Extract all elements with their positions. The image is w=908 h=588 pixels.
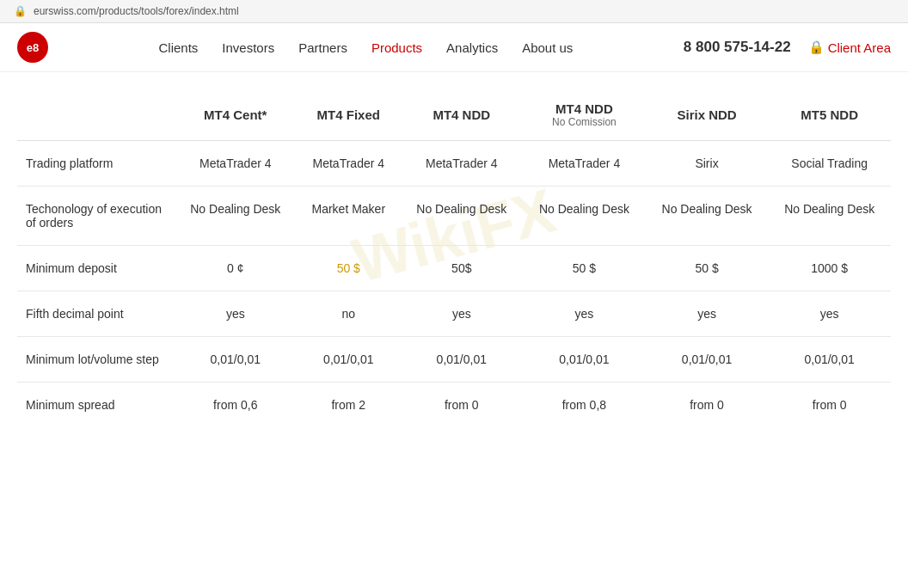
cell-4-3: 0,01/0,01 [400,337,523,383]
row-label-2: Minimum deposit [17,246,174,291]
cell-0-2: MetaTrader 4 [297,141,400,187]
cell-4-2: 0,01/0,01 [297,337,400,383]
cell-5-4: from 0,8 [523,383,646,428]
cell-2-1: 0 ¢ [174,246,297,291]
url-favicon: 🔒 [14,5,27,17]
col-header-mt4cent: MT4 Cent* [174,89,297,141]
cell-2-3: 50$ [400,246,523,291]
cell-4-5: 0,01/0,01 [646,337,769,383]
client-area-link[interactable]: 🔒 Client Area [808,40,891,55]
cell-5-6: from 0 [768,383,891,428]
cell-1-5: No Dealing Desk [646,187,769,246]
col-header-label [17,89,174,141]
cell-2-2: 50 $ [297,246,400,291]
table-row: Minimum deposit0 ¢50 $50$50 $50 $1000 $ [17,246,891,291]
header: e8 Clients Investors Partners Products A… [0,23,908,72]
lock-icon: 🔒 [808,40,825,55]
col-header-mt4ndd: MT4 NDD [400,89,523,141]
comparison-section: MT4 Cent* MT4 Fixed MT4 NDD MT4 NDD No C… [0,72,908,427]
cell-0-5: Sirix [646,141,769,187]
main-nav: Clients Investors Partners Products Anal… [158,40,573,55]
nav-clients[interactable]: Clients [158,40,198,55]
logo-icon: e8 [17,32,48,63]
cell-1-6: No Dealing Desk [768,187,891,246]
col-header-mt5ndd: MT5 NDD [768,89,891,141]
nav-products[interactable]: Products [371,40,422,55]
cell-5-5: from 0 [646,383,769,428]
table-header-row: MT4 Cent* MT4 Fixed MT4 NDD MT4 NDD No C… [17,89,891,141]
phone-number: 8 800 575-14-22 [684,39,791,56]
nav-analytics[interactable]: Analytics [446,40,498,55]
col-header-mt4fixed: MT4 Fixed [297,89,400,141]
table-row: Fifth decimal pointyesnoyesyesyesyes [17,291,891,337]
row-label-1: Techonology of execution of orders [17,187,174,246]
cell-0-3: MetaTrader 4 [400,141,523,187]
header-right: 8 800 575-14-22 🔒 Client Area [684,39,891,56]
cell-0-1: MetaTrader 4 [174,141,297,187]
cell-0-4: MetaTrader 4 [523,141,646,187]
cell-4-1: 0,01/0,01 [174,337,297,383]
cell-3-3: yes [400,291,523,337]
logo-text: e8 [27,41,39,54]
cell-1-2: Market Maker [297,187,400,246]
cell-1-4: No Dealing Desk [523,187,646,246]
cell-1-1: No Dealing Desk [174,187,297,246]
col-header-mt4ndd-nc: MT4 NDD No Comission [523,89,646,141]
cell-0-6: Social Trading [768,141,891,187]
cell-5-2: from 2 [297,383,400,428]
url-bar: 🔒 eurswiss.com/products/tools/forex/inde… [0,0,908,23]
cell-3-2: no [297,291,400,337]
cell-3-1: yes [174,291,297,337]
row-label-5: Minimum spread [17,383,174,428]
cell-1-3: No Dealing Desk [400,187,523,246]
cell-3-6: yes [768,291,891,337]
table-row: Techonology of execution of ordersNo Dea… [17,187,891,246]
logo: e8 [17,32,48,63]
client-area-label: Client Area [828,40,891,55]
table-row: Minimum lot/volume step0,01/0,010,01/0,0… [17,337,891,383]
table-row: Trading platformMetaTrader 4MetaTrader 4… [17,141,891,187]
row-label-4: Minimum lot/volume step [17,337,174,383]
row-label-0: Trading platform [17,141,174,187]
row-label-3: Fifth decimal point [17,291,174,337]
col-header-sirix: Sirix NDD [646,89,769,141]
nav-investors[interactable]: Investors [222,40,274,55]
cell-2-6: 1000 $ [768,246,891,291]
comparison-table: MT4 Cent* MT4 Fixed MT4 NDD MT4 NDD No C… [17,89,891,427]
cell-5-3: from 0 [400,383,523,428]
url-text: eurswiss.com/products/tools/forex/index.… [34,5,239,17]
table-row: Minimum spreadfrom 0,6from 2from 0from 0… [17,383,891,428]
cell-3-4: yes [523,291,646,337]
cell-5-1: from 0,6 [174,383,297,428]
cell-4-4: 0,01/0,01 [523,337,646,383]
cell-2-5: 50 $ [646,246,769,291]
nav-partners[interactable]: Partners [298,40,347,55]
cell-4-6: 0,01/0,01 [768,337,891,383]
cell-3-5: yes [646,291,769,337]
cell-2-4: 50 $ [523,246,646,291]
nav-about[interactable]: About us [522,40,573,55]
